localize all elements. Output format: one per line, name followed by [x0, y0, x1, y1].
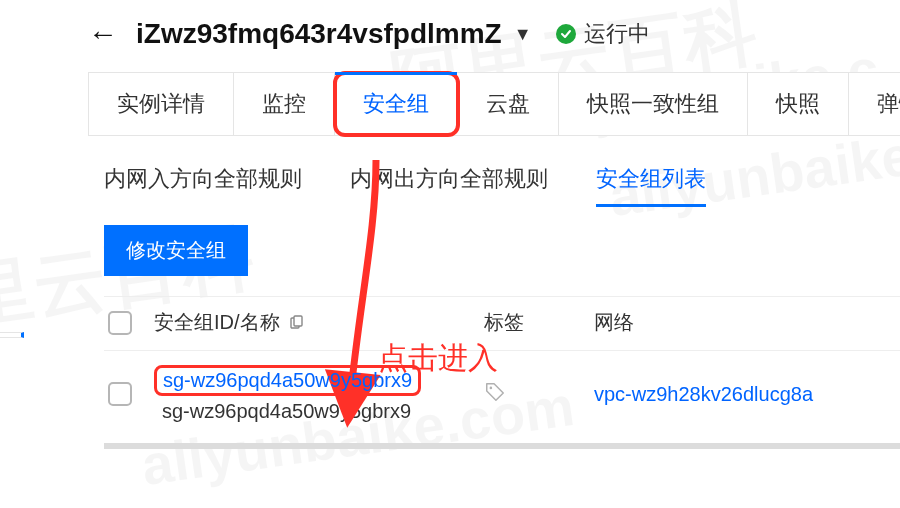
tab-snapshot[interactable]: 快照	[748, 73, 849, 135]
page-header: ← iZwz93fmq643r4vsfpdlmmZ ▼ 运行中	[0, 18, 900, 72]
status-badge: 运行中	[556, 19, 650, 49]
security-group-table: 安全组ID/名称 标签 网络 sg-wz96pqd4a50w9y5gbrx9 s…	[104, 296, 900, 449]
col-header-id: 安全组ID/名称	[154, 309, 484, 336]
copy-icon[interactable]	[288, 315, 304, 331]
modify-security-group-button[interactable]: 修改安全组	[104, 225, 248, 276]
table-header-row: 安全组ID/名称 标签 网络	[104, 296, 900, 351]
svg-rect-1	[294, 316, 302, 326]
tab-cloud-disk[interactable]: 云盘	[458, 73, 559, 135]
sub-tabs: 内网入方向全部规则 内网出方向全部规则 安全组列表	[104, 164, 900, 207]
select-all-checkbox[interactable]	[108, 311, 132, 335]
row-checkbox[interactable]	[108, 382, 132, 406]
main-tabs: 实例详情 监控 安全组 云盘 快照一致性组 快照 弹性	[88, 72, 900, 136]
subtab-outbound-rules[interactable]: 内网出方向全部规则	[350, 164, 548, 207]
col-header-network: 网络	[594, 309, 900, 336]
security-group-name: sg-wz96pqd4a50w9y5gbrx9	[154, 400, 421, 423]
subtab-inbound-rules[interactable]: 内网入方向全部规则	[104, 164, 302, 207]
tab-monitoring[interactable]: 监控	[234, 73, 335, 135]
back-arrow-icon[interactable]: ←	[88, 19, 118, 49]
left-side-rail	[0, 332, 24, 338]
security-group-id-link[interactable]: sg-wz96pqd4a50w9y5gbrx9	[154, 365, 421, 396]
status-running-icon	[556, 24, 576, 44]
tab-snapshot-consistency[interactable]: 快照一致性组	[559, 73, 748, 135]
vpc-link[interactable]: vpc-wz9h28kv26dlucg8a	[594, 383, 813, 405]
status-label: 运行中	[584, 19, 650, 49]
tab-security-group[interactable]: 安全组	[335, 73, 458, 135]
tab-instance-details[interactable]: 实例详情	[88, 73, 234, 135]
tag-icon[interactable]	[484, 381, 506, 403]
subtab-sg-list[interactable]: 安全组列表	[596, 164, 706, 207]
svg-point-2	[490, 386, 493, 389]
rail-item[interactable]	[0, 332, 24, 338]
tab-elastic[interactable]: 弹性	[849, 73, 900, 135]
instance-name: iZwz93fmq643r4vsfpdlmmZ	[136, 18, 502, 50]
chevron-down-icon[interactable]: ▼	[514, 24, 532, 45]
table-row: sg-wz96pqd4a50w9y5gbrx9 sg-wz96pqd4a50w9…	[104, 351, 900, 449]
col-header-tag: 标签	[484, 309, 594, 336]
